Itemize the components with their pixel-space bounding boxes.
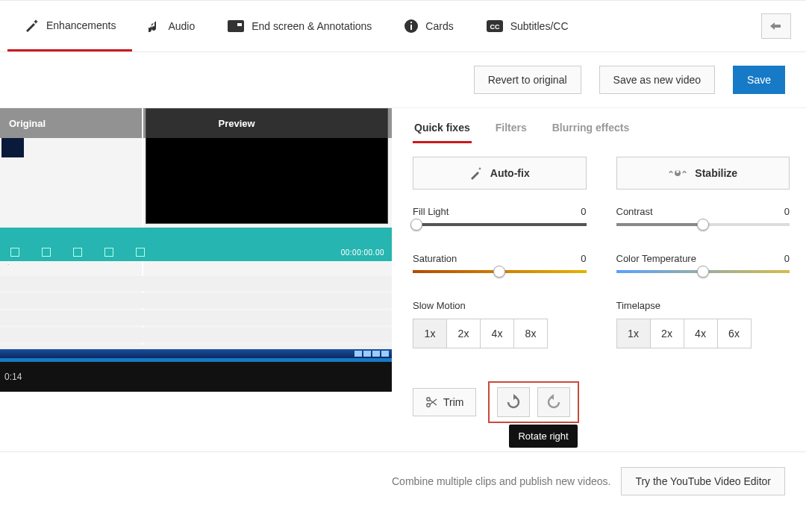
rotate-tooltip: Rotate right [509,425,577,448]
contrast-value: 0 [784,206,790,217]
subtab-filters[interactable]: Filters [494,122,528,143]
toolbar-icon[interactable] [104,248,113,257]
main-area: Original Preview 00:00:00.00 [0,108,806,436]
preview-pane: Original Preview 00:00:00.00 [0,108,392,422]
saturation-slider[interactable] [413,270,587,273]
svg-rect-4 [410,22,412,23]
contrast-label: Contrast [616,206,653,217]
trim-button[interactable]: Trim [413,388,476,416]
rotate-right-icon [505,394,522,410]
taskbar-tray [354,349,389,358]
toolbar-icon[interactable] [42,248,51,257]
toolbar-icon[interactable] [73,248,82,257]
elapsed-time: 0:14 [4,372,22,382]
slow-motion-group: 1x 2x 4x 8x [413,319,587,348]
action-row: Revert to original Save as new video Sav… [0,52,806,108]
footer-text: Combine multiple clips and publish new v… [392,475,610,487]
stabilize-icon [668,166,687,180]
rotate-highlight-box: Rotate right [488,381,579,423]
contrast-slider[interactable] [616,223,790,226]
timeline-row[interactable] [0,310,392,325]
tab-subtitles[interactable]: CC Subtitles/CC [470,1,585,51]
slow-motion-label: Slow Motion [413,300,587,311]
revert-button[interactable]: Revert to original [474,66,581,94]
timelapse-group: 1x 2x 4x 6x [616,319,790,348]
tab-label: Audio [168,20,195,32]
video-time-bar: 0:14 [0,362,392,392]
endscreen-icon [228,20,244,32]
slowmo-2x[interactable]: 2x [446,319,481,348]
subtab-blurring[interactable]: Blurring effects [551,122,631,143]
fill-light-slider[interactable] [413,223,587,226]
slider-thumb[interactable] [697,266,709,278]
colortemp-label: Color Temperature [616,253,696,264]
timeline-row[interactable] [0,328,392,342]
taskbar [0,349,392,358]
stabilize-label: Stabilize [695,167,737,179]
rotate-right-button[interactable] [497,387,530,417]
svg-point-8 [427,404,430,407]
editor-tabbar: Enhancements Audio End screen & Annotati… [0,0,806,52]
tab-audio[interactable]: Audio [132,1,211,51]
undo-arrow-icon [769,21,784,31]
slider-thumb[interactable] [410,219,422,231]
subtab-quickfixes[interactable]: Quick fixes [413,122,472,143]
tab-enhancements[interactable]: Enhancements [7,1,132,51]
saturation-value: 0 [581,253,586,264]
autofix-button[interactable]: Auto-fix [413,157,587,190]
tab-endscreen[interactable]: End screen & Annotations [211,1,388,51]
timelapse-1x[interactable]: 1x [616,319,651,348]
svg-point-7 [427,398,430,401]
rotate-left-icon [546,394,562,410]
info-icon [404,19,418,33]
toolbar-icon[interactable] [10,248,19,257]
timeline-row[interactable] [0,293,392,308]
timelapse-label: Timelapse [616,300,790,311]
tab-label: End screen & Annotations [252,20,372,32]
slowmo-4x[interactable]: 4x [480,319,514,348]
save-as-button[interactable]: Save as new video [599,66,716,94]
autofix-label: Auto-fix [490,167,530,179]
toolbar-timecode: 00:00:00.00 [341,248,384,257]
svg-text:CC: CC [490,23,499,31]
footer: Combine multiple clips and publish new v… [0,451,806,510]
preview-overlay: Original Preview [0,108,392,138]
save-button[interactable]: Save [733,66,785,94]
tab-label: Cards [425,20,453,32]
timeline-row[interactable] [0,276,392,291]
timelapse-2x[interactable]: 2x [650,319,684,348]
stabilize-button[interactable]: Stabilize [616,157,790,190]
cc-icon: CC [487,20,503,32]
trim-label: Trim [443,396,463,408]
svg-rect-3 [410,25,412,30]
toolbar-icon[interactable] [136,248,145,257]
subtabs: Quick fixes Filters Blurring effects [413,122,790,143]
colortemp-slider[interactable] [616,270,790,273]
wand-icon [469,166,483,180]
editor-toolbar: 00:00:00.00 [0,228,392,261]
colortemp-value: 0 [784,253,790,264]
slowmo-8x[interactable]: 8x [513,319,548,348]
slider-thumb[interactable] [493,266,505,278]
slider-thumb[interactable] [697,219,709,231]
rotate-left-button[interactable] [537,387,570,417]
original-label: Original [0,118,46,129]
preview-label: Preview [219,118,255,129]
tab-cards[interactable]: Cards [388,1,469,51]
wand-icon [24,18,39,33]
tab-label: Enhancements [46,19,116,31]
timelapse-6x[interactable]: 6x [717,319,752,348]
tab-label: Subtitles/CC [510,20,569,32]
original-thumbnail [1,138,24,157]
timelapse-4x[interactable]: 4x [684,319,718,348]
fill-light-value: 0 [581,206,586,217]
preview-video-area: Original Preview 00:00:00.00 [0,108,392,392]
slowmo-1x[interactable]: 1x [413,319,447,348]
undo-button[interactable] [761,13,791,39]
svg-point-10 [676,170,679,173]
controls-pane: Quick fixes Filters Blurring effects Aut… [392,108,806,436]
music-note-icon [149,19,160,33]
scissors-icon [425,396,437,408]
svg-rect-1 [237,23,242,26]
try-video-editor-button[interactable]: Try the YouTube Video Editor [621,467,785,495]
